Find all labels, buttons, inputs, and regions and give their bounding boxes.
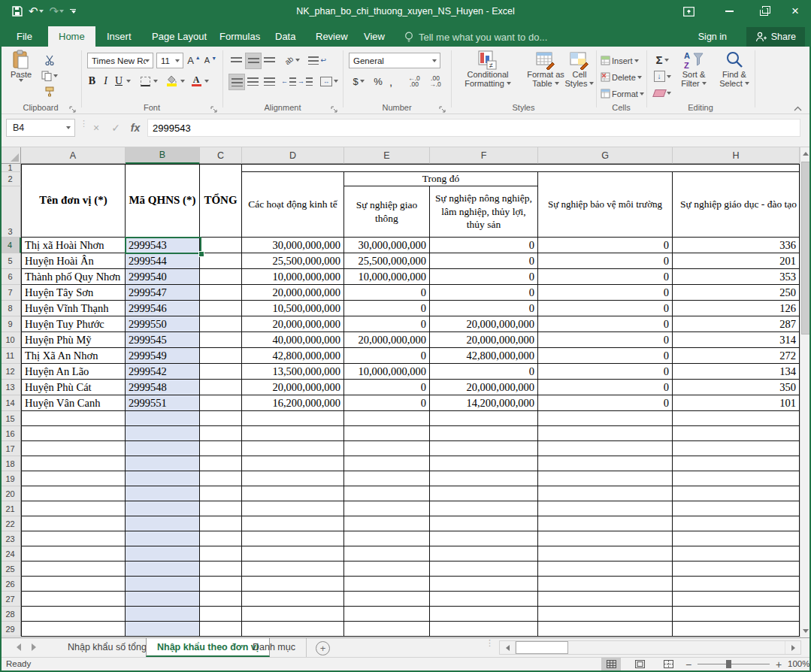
cell-D15[interactable] (242, 411, 344, 426)
tab-formulas[interactable]: Formulas (209, 27, 271, 47)
cell-A14[interactable]: Huyện Vân Canh (21, 395, 126, 411)
cell-F29[interactable] (430, 622, 538, 637)
grow-font-button[interactable]: A▲ (186, 53, 201, 68)
name-box-caret[interactable] (66, 126, 71, 129)
cell-B18[interactable] (126, 456, 200, 471)
cell-D16[interactable] (242, 426, 344, 441)
cell-D24[interactable] (242, 546, 344, 562)
cell-B26[interactable] (126, 577, 200, 592)
zoom-level[interactable]: 100% (788, 659, 809, 668)
cell-F26[interactable] (430, 577, 538, 592)
cell-A7[interactable]: Huyện Tây Sơn (21, 285, 126, 301)
cell-D8[interactable]: 10,500,000,000 (242, 301, 344, 316)
cell-A27[interactable] (21, 592, 126, 607)
cell-B16[interactable] (126, 426, 200, 441)
cell-D23[interactable] (242, 531, 344, 546)
copy-dropdown-caret[interactable] (53, 74, 58, 77)
page-layout-view-button[interactable] (630, 658, 649, 670)
row-header-24[interactable]: 24 (0, 546, 21, 562)
share-button[interactable]: Share (746, 27, 805, 47)
select-all-corner[interactable] (0, 147, 21, 164)
sheet-nav-next[interactable] (32, 643, 36, 651)
cell-G16[interactable] (538, 426, 673, 441)
cell-D20[interactable] (242, 486, 344, 501)
cell-A12[interactable]: Huyện An Lão (21, 364, 126, 380)
cell-G5[interactable]: 0 (538, 253, 673, 269)
formula-bar-splitter[interactable]: ⋮ (80, 122, 83, 134)
cell-H4[interactable]: 336 (673, 238, 800, 253)
row-header-23[interactable]: 23 (0, 531, 21, 546)
cell-F13[interactable]: 20,000,000,000 (430, 380, 538, 395)
cell-G26[interactable] (538, 577, 673, 592)
cell-D29[interactable] (242, 622, 344, 637)
cell-G8[interactable]: 0 (538, 301, 673, 316)
format-painter-button[interactable] (38, 85, 62, 98)
borders-dropdown[interactable] (152, 74, 159, 89)
sheet-nav-previous[interactable] (17, 643, 21, 651)
cell-E19[interactable] (344, 471, 430, 486)
align-bottom-button[interactable] (262, 53, 277, 68)
horizontal-scrollbar[interactable] (499, 640, 801, 655)
font-name-caret[interactable] (145, 59, 150, 62)
zoom-in-button[interactable]: + (776, 658, 782, 670)
cell-H5[interactable]: 201 (673, 253, 800, 269)
row-header-20[interactable]: 20 (0, 486, 21, 501)
cell-H10[interactable]: 314 (673, 332, 800, 348)
row-header-27[interactable]: 27 (0, 592, 21, 607)
number-format-combo[interactable]: General (349, 53, 440, 68)
cell-H18[interactable] (673, 456, 800, 471)
cell-C16[interactable] (200, 426, 242, 441)
cell-B13[interactable]: 2999548 (126, 380, 200, 395)
sort-filter-button[interactable]: AZ Sort & Filter (675, 50, 713, 88)
cell-C25[interactable] (200, 562, 242, 577)
scroll-down-button[interactable] (800, 625, 811, 637)
restore-button[interactable] (751, 0, 776, 23)
orientation-button[interactable]: ab (283, 53, 302, 68)
cell-B8[interactable]: 2999546 (126, 301, 200, 316)
cell-G9[interactable]: 0 (538, 316, 673, 332)
cell-D25[interactable] (242, 562, 344, 577)
cell-G23[interactable] (538, 531, 673, 546)
sheet-tab-danh-muc[interactable]: Danh mục (242, 638, 307, 657)
decrease-indent-button[interactable]: ← (281, 74, 296, 89)
cell-C5[interactable] (200, 253, 242, 269)
format-cells-button[interactable]: Format (601, 87, 644, 100)
column-header-B[interactable]: B (126, 147, 200, 164)
accounting-format-button[interactable]: $ (349, 74, 368, 89)
cell-D13[interactable]: 20,000,000,000 (242, 380, 344, 395)
cell-E28[interactable] (344, 607, 430, 622)
cell-D11[interactable]: 42,800,000,000 (242, 348, 344, 364)
copy-button[interactable] (38, 69, 62, 83)
vertical-scrollbar-thumb[interactable] (801, 162, 810, 334)
cell-B22[interactable] (126, 516, 200, 531)
cell-B6[interactable]: 2999540 (126, 269, 200, 285)
underline-dropdown[interactable] (125, 74, 132, 89)
cell-D4[interactable]: 30,000,000,000 (242, 238, 344, 253)
cell-G15[interactable] (538, 411, 673, 426)
cell-C27[interactable] (200, 592, 242, 607)
cell-G10[interactable]: 0 (538, 332, 673, 348)
zoom-slider-track[interactable] (698, 664, 770, 664)
cell-A11[interactable]: Thị Xã An Nhơn (21, 348, 126, 364)
row-header-6[interactable]: 6 (0, 269, 21, 285)
delete-cells-button[interactable]: Delete (601, 71, 644, 83)
zoom-out-button[interactable]: − (685, 658, 691, 670)
header-top-strip[interactable] (242, 164, 800, 172)
cell-B4[interactable]: 2999543 (126, 238, 200, 253)
cell-H22[interactable] (673, 516, 800, 531)
cell-C9[interactable] (200, 316, 242, 332)
cell-F19[interactable] (430, 471, 538, 486)
cell-F18[interactable] (430, 456, 538, 471)
cell-B10[interactable]: 2999545 (126, 332, 200, 348)
cell-D5[interactable]: 25,500,000,000 (242, 253, 344, 269)
cell-E24[interactable] (344, 546, 430, 562)
column-header-D[interactable]: D (242, 147, 344, 164)
enter-button[interactable]: ✓ (107, 119, 125, 137)
cell-H27[interactable] (673, 592, 800, 607)
cell-G22[interactable] (538, 516, 673, 531)
scroll-right-button[interactable] (785, 641, 800, 654)
cell-G6[interactable]: 0 (538, 269, 673, 285)
cell-C8[interactable] (200, 301, 242, 316)
row-header-29[interactable]: 29 (0, 622, 21, 637)
cell-F11[interactable]: 42,800,000,000 (430, 348, 538, 364)
